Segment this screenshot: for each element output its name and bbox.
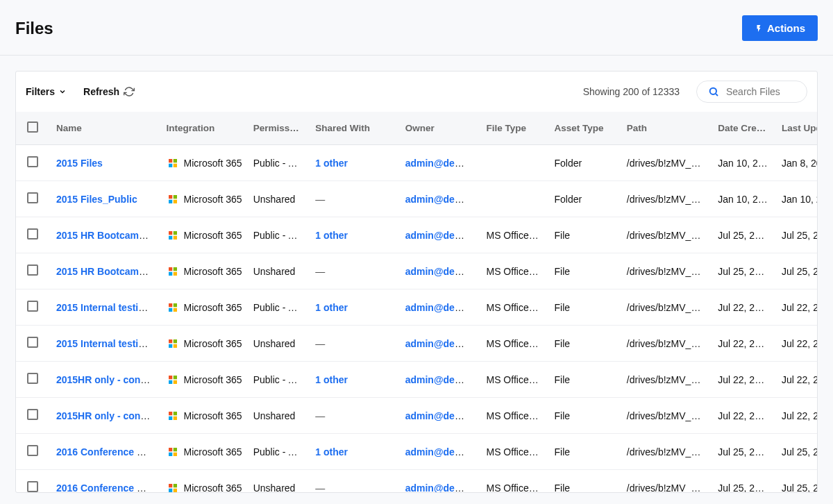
file-name-link[interactable]: 2015HR only - confiden… bbox=[56, 410, 160, 421]
permission-text: Public - Acce… bbox=[253, 230, 309, 241]
col-assettype[interactable]: Asset Type bbox=[548, 112, 620, 145]
last-updated-text: Jul 25, 2019 10:1 bbox=[782, 266, 817, 277]
table-row: 2015HR only - confiden…Microsoft 365Publ… bbox=[16, 362, 817, 398]
file-type-text: MS Office Do… bbox=[486, 302, 547, 313]
file-name-link[interactable]: 2015 Files bbox=[56, 158, 103, 169]
owner-link[interactable]: admin@demobet… bbox=[405, 158, 480, 169]
asset-type-text: File bbox=[555, 338, 571, 349]
col-updated[interactable]: Last Updat bbox=[775, 112, 817, 145]
owner-link[interactable]: admin@demobet… bbox=[405, 302, 480, 313]
file-type-text: MS Office Po… bbox=[486, 482, 547, 493]
row-checkbox[interactable] bbox=[27, 301, 38, 312]
file-type-text: MS Office Do… bbox=[486, 266, 547, 277]
permission-text: Unshared bbox=[253, 410, 296, 421]
asset-type-text: File bbox=[555, 446, 571, 457]
row-checkbox[interactable] bbox=[27, 409, 38, 420]
table-row: 2016 Conference Recap…Microsoft 365Publi… bbox=[16, 434, 817, 470]
row-checkbox[interactable] bbox=[27, 373, 38, 384]
table-row: 2015 FilesMicrosoft 365Public - Acce…1 o… bbox=[16, 145, 817, 181]
svg-line-1 bbox=[716, 94, 718, 96]
col-permission[interactable]: Permission bbox=[246, 112, 309, 145]
owner-link[interactable]: admin@demobet… bbox=[405, 266, 480, 277]
shared-with-link[interactable]: 1 other bbox=[315, 158, 348, 169]
horizontal-scrollbar[interactable] bbox=[15, 493, 818, 504]
file-name-link[interactable]: 2015 HR Bootcamp Pla… bbox=[56, 266, 160, 277]
row-checkbox[interactable] bbox=[27, 264, 38, 276]
owner-link[interactable]: admin@demobet… bbox=[405, 374, 480, 385]
col-name[interactable]: Name bbox=[49, 112, 160, 145]
integration-name: Microsoft 365 bbox=[184, 230, 242, 241]
search-input[interactable] bbox=[726, 86, 796, 97]
table-scroll[interactable]: Name Integration Permission Shared With … bbox=[16, 112, 817, 492]
asset-type-text: File bbox=[555, 266, 571, 277]
path-text: /drives/b!zMV_ssLs… bbox=[627, 338, 711, 349]
file-name-link[interactable]: 2015HR only - confiden… bbox=[56, 374, 160, 385]
path-text: /drives/b!zMV_ssLs… bbox=[627, 410, 711, 421]
permission-text: Public - Acce… bbox=[253, 374, 309, 385]
file-name-link[interactable]: 2015 HR Bootcamp Pla… bbox=[56, 230, 160, 241]
last-updated-text: Jul 22, 2019 11:0 bbox=[782, 338, 817, 349]
shared-with-link[interactable]: 1 other bbox=[315, 230, 348, 241]
search-input-wrap[interactable] bbox=[696, 81, 807, 103]
path-text: /drives/b!zMV_ssLs… bbox=[627, 374, 711, 385]
path-text: /drives/b!zMV_ssLs… bbox=[627, 158, 711, 169]
owner-link[interactable]: admin@demobet… bbox=[405, 482, 480, 493]
owner-link[interactable]: admin@demobet… bbox=[405, 194, 480, 205]
integration-name: Microsoft 365 bbox=[184, 266, 242, 277]
file-name-link[interactable]: 2016 Conference Recap… bbox=[56, 446, 160, 457]
shared-with-link[interactable]: 1 other bbox=[315, 302, 348, 313]
col-path[interactable]: Path bbox=[620, 112, 711, 145]
asset-type-text: Folder bbox=[555, 194, 582, 205]
integration-name: Microsoft 365 bbox=[184, 446, 242, 457]
path-text: /drives/b!zMV_ssLs… bbox=[627, 302, 711, 313]
permission-text: Unshared bbox=[253, 266, 296, 277]
owner-link[interactable]: admin@demobet… bbox=[405, 230, 480, 241]
row-checkbox[interactable] bbox=[27, 156, 38, 167]
page-title: Files bbox=[15, 19, 53, 38]
actions-button[interactable]: Actions bbox=[742, 15, 818, 41]
col-filetype[interactable]: File Type bbox=[479, 112, 547, 145]
col-owner[interactable]: Owner bbox=[398, 112, 480, 145]
filters-button[interactable]: Filters bbox=[26, 86, 67, 97]
filters-label: Filters bbox=[26, 86, 55, 97]
row-checkbox[interactable] bbox=[27, 481, 38, 492]
shared-with-link[interactable]: 1 other bbox=[315, 446, 348, 457]
last-updated-text: Jan 8, 2021 08:0 bbox=[782, 158, 817, 169]
file-name-link[interactable]: 2015 Files_Public bbox=[56, 194, 137, 205]
file-name-link[interactable]: 2016 Conference Recap… bbox=[56, 482, 160, 493]
file-name-link[interactable]: 2015 Internal testing pr… bbox=[56, 338, 160, 349]
table-row: 2015 Internal testing pr…Microsoft 365Pu… bbox=[16, 289, 817, 326]
table-row: 2016 Conference Recap…Microsoft 365Unsha… bbox=[16, 470, 817, 493]
last-updated-text: Jan 10, 2021 11: bbox=[782, 194, 817, 205]
row-checkbox[interactable] bbox=[27, 445, 38, 456]
owner-link[interactable]: admin@demobet… bbox=[405, 446, 480, 457]
integration-name: Microsoft 365 bbox=[184, 302, 242, 313]
table-header-row: Name Integration Permission Shared With … bbox=[16, 112, 817, 145]
asset-type-text: File bbox=[555, 374, 571, 385]
microsoft-365-icon bbox=[167, 157, 179, 169]
row-checkbox[interactable] bbox=[27, 337, 38, 348]
file-name-link[interactable]: 2015 Internal testing pr… bbox=[56, 302, 160, 313]
row-checkbox[interactable] bbox=[27, 192, 38, 203]
file-type-text: MS Office Do… bbox=[486, 338, 547, 349]
table-row: 2015 Internal testing pr…Microsoft 365Un… bbox=[16, 326, 817, 362]
integration-name: Microsoft 365 bbox=[184, 482, 242, 493]
date-created-text: Jul 22, 2019 … bbox=[718, 302, 775, 313]
permission-text: Unshared bbox=[253, 482, 296, 493]
path-text: /drives/b!zMV_ssLs… bbox=[627, 446, 711, 457]
row-checkbox[interactable] bbox=[27, 228, 38, 240]
shared-with-link[interactable]: 1 other bbox=[315, 374, 348, 385]
microsoft-365-icon bbox=[167, 265, 179, 278]
refresh-button[interactable]: Refresh bbox=[83, 86, 135, 97]
asset-type-text: File bbox=[555, 410, 571, 421]
col-shared[interactable]: Shared With bbox=[308, 112, 398, 145]
select-all-checkbox[interactable] bbox=[27, 121, 38, 133]
last-updated-text: Jul 22, 2019 11:0 bbox=[782, 374, 817, 385]
actions-label: Actions bbox=[767, 22, 805, 34]
owner-link[interactable]: admin@demobet… bbox=[405, 338, 480, 349]
asset-type-text: File bbox=[555, 230, 571, 241]
microsoft-365-icon bbox=[167, 446, 179, 458]
col-created[interactable]: Date Created bbox=[711, 112, 775, 145]
owner-link[interactable]: admin@demobet… bbox=[405, 410, 480, 421]
col-integration[interactable]: Integration bbox=[160, 112, 246, 145]
